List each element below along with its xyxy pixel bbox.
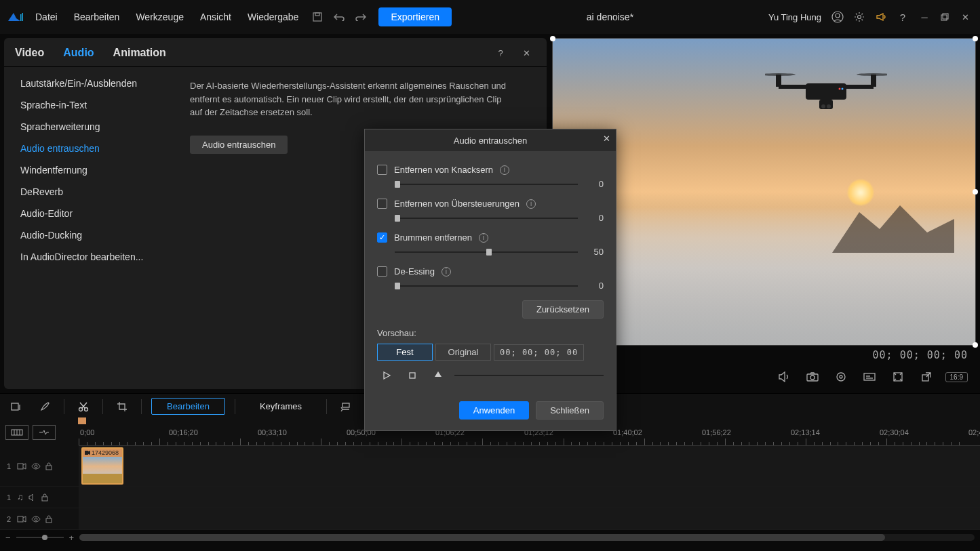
menu-tools[interactable]: Werkzeuge: [129, 7, 191, 26]
hum-label: Brummen entfernen: [394, 232, 472, 243]
hum-checkbox[interactable]: [377, 232, 387, 243]
dialog-title: Audio entrauschen ✕: [365, 129, 616, 151]
panel-help-icon[interactable]: ?: [492, 45, 509, 61]
preview-timecode: 00; 00; 00; 00: [873, 349, 968, 361]
zoom-slider[interactable]: [16, 537, 64, 538]
visibility-icon[interactable]: [31, 516, 41, 523]
sidebar-item-audiodirector[interactable]: In AudioDirector bearbeiten...: [4, 246, 174, 268]
reset-button[interactable]: Zurücksetzen: [522, 300, 604, 319]
svg-point-23: [840, 375, 842, 378]
hum-slider[interactable]: [395, 249, 578, 256]
sidebar-item-dereverb[interactable]: DeReverb: [4, 181, 174, 203]
export-button[interactable]: Exportieren: [378, 7, 452, 26]
tab-video[interactable]: Video: [15, 47, 44, 59]
menu-file[interactable]: Datei: [28, 7, 64, 26]
declip-checkbox[interactable]: [377, 199, 387, 209]
crop-tool-icon[interactable]: [113, 399, 132, 415]
gear-icon[interactable]: [851, 9, 867, 25]
quality-icon[interactable]: [833, 369, 849, 385]
minimize-icon[interactable]: ─: [916, 9, 933, 25]
user-icon[interactable]: [829, 9, 846, 25]
info-icon[interactable]: i: [442, 267, 451, 277]
sidebar-item-ducking[interactable]: Audio-Ducking: [4, 224, 174, 246]
timeline-clip[interactable]: 17429068: [81, 447, 123, 485]
maximize-icon[interactable]: [937, 9, 953, 25]
sidebar-item-wind-removal[interactable]: Windentfernung: [4, 159, 174, 181]
caption-icon[interactable]: [861, 369, 878, 385]
dialog-stop-icon[interactable]: [404, 367, 420, 384]
info-icon[interactable]: i: [479, 233, 488, 243]
lock-icon[interactable]: [45, 515, 52, 523]
info-icon[interactable]: i: [526, 199, 536, 209]
zoom-out-icon[interactable]: −: [5, 533, 11, 543]
menu-view[interactable]: Ansicht: [193, 7, 238, 26]
tab-animation[interactable]: Animation: [113, 47, 166, 59]
close-icon[interactable]: ✕: [957, 9, 973, 25]
sidebar-item-audio-editor[interactable]: Audio-Editor: [4, 203, 174, 224]
document-title: ai denoise*: [454, 12, 766, 22]
resize-handle[interactable]: [973, 36, 978, 41]
panel-close-icon[interactable]: ✕: [518, 45, 534, 61]
apply-button[interactable]: Anwenden: [459, 401, 529, 420]
menu-edit[interactable]: Bearbeiten: [67, 7, 127, 26]
declick-slider[interactable]: [395, 181, 578, 188]
more-tools-icon[interactable]: [336, 399, 355, 415]
video-track-icon[interactable]: [17, 516, 26, 523]
menu-playback[interactable]: Wiedergabe: [241, 7, 306, 26]
resize-handle[interactable]: [973, 189, 978, 195]
dialog-timecode: 00; 00; 00; 00: [494, 344, 584, 361]
menubar: Datei Bearbeiten Werkzeuge Ansicht Wiede…: [0, 0, 980, 34]
tab-audio[interactable]: Audio: [63, 47, 94, 59]
deess-value: 0: [587, 281, 604, 291]
timeline-mode-a[interactable]: [5, 425, 28, 440]
svg-rect-24: [864, 373, 875, 380]
sidebar-item-speech-to-text[interactable]: Sprache-in-Text: [4, 94, 174, 116]
deess-slider[interactable]: [395, 283, 578, 289]
declip-slider[interactable]: [395, 215, 578, 222]
help-icon[interactable]: ?: [895, 9, 911, 25]
zoom-in-icon[interactable]: +: [69, 533, 75, 543]
close-button[interactable]: Schließen: [536, 401, 604, 420]
marker-tool-icon[interactable]: [7, 399, 26, 415]
svg-rect-3: [315, 13, 319, 16]
preview-fixed-button[interactable]: Fest: [377, 344, 433, 361]
resize-handle[interactable]: [550, 36, 555, 41]
timeline-mode-b[interactable]: [33, 425, 56, 440]
declick-checkbox[interactable]: [377, 165, 387, 175]
sidebar-item-denoise[interactable]: Audio entrauschen: [4, 138, 174, 159]
lock-icon[interactable]: [41, 493, 48, 502]
dialog-seekbar[interactable]: [454, 375, 604, 376]
dialog-close-icon[interactable]: ✕: [603, 134, 610, 144]
visibility-icon[interactable]: [31, 463, 41, 470]
fit-icon[interactable]: [890, 369, 906, 385]
snapshot-icon[interactable]: [804, 369, 821, 385]
cut-tool-icon[interactable]: [74, 399, 93, 415]
denoise-button[interactable]: Audio entrauschen: [190, 136, 288, 154]
save-icon[interactable]: [309, 9, 326, 25]
info-icon[interactable]: i: [500, 165, 509, 175]
sidebar-item-speech-enhance[interactable]: Spracherweiterung: [4, 116, 174, 138]
audio-sidebar: Lautstärke/Ein-/Ausblenden Sprache-in-Te…: [4, 67, 174, 389]
sidebar-item-volume[interactable]: Lautstärke/Ein-/Ausblenden: [4, 73, 174, 94]
redo-icon[interactable]: [353, 9, 369, 25]
aspect-ratio-badge[interactable]: 16:9: [945, 372, 968, 382]
megaphone-icon[interactable]: [873, 9, 889, 25]
undo-icon[interactable]: [331, 9, 347, 25]
lock-icon[interactable]: [45, 462, 52, 470]
app-logo: [5, 10, 26, 24]
resize-handle[interactable]: [973, 342, 978, 348]
edit-tab-button[interactable]: Bearbeiten: [151, 398, 225, 415]
keyframes-tab-button[interactable]: Keyframes: [245, 399, 317, 414]
dialog-marker-icon[interactable]: [430, 367, 446, 384]
brush-tool-icon[interactable]: [35, 399, 54, 415]
video-track-icon[interactable]: [17, 463, 26, 470]
volume-icon[interactable]: [776, 369, 792, 385]
dialog-play-icon[interactable]: [378, 367, 395, 384]
preview-original-button[interactable]: Original: [435, 344, 491, 361]
popout-icon[interactable]: [918, 369, 935, 385]
audio-track-icon[interactable]: ♫: [17, 492, 24, 502]
timeline-scrollbar[interactable]: [79, 534, 975, 541]
deess-checkbox[interactable]: [377, 266, 387, 277]
declick-label: Entfernen von Knacksern: [394, 165, 493, 175]
mute-icon[interactable]: [28, 494, 37, 501]
